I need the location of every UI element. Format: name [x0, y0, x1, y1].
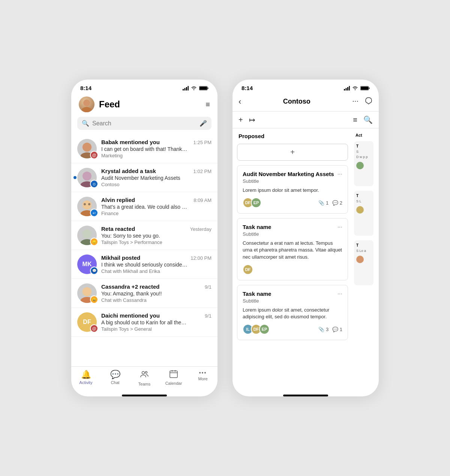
- svg-rect-28: [344, 89, 345, 90]
- item-top: Alvin replied 8:09 AM: [101, 197, 212, 203]
- kanban-toolbar: + ↦ ≡ 🔍: [232, 111, 379, 128]
- attachment-icon: 📎 3: [318, 327, 328, 332]
- wifi-icon: [191, 86, 197, 90]
- add-card-button[interactable]: +: [237, 144, 348, 161]
- badge-mention: @: [90, 324, 98, 333]
- card-menu-icon[interactable]: ···: [338, 291, 342, 297]
- svg-rect-31: [349, 86, 350, 90]
- card-header: Task name ···: [243, 224, 342, 230]
- kanban-card[interactable]: Task name ··· Subtitle Consectetur a era…: [237, 218, 348, 280]
- feed-item[interactable]: 😄 Cassandra +2 reacted 9/1 You: Amazing,…: [71, 279, 218, 308]
- item-top: Krystal added a task 1:02 PM: [101, 168, 212, 174]
- search-bar[interactable]: 🔍 🎤: [77, 117, 212, 130]
- svg-rect-29: [346, 88, 347, 90]
- feed-item[interactable]: @ Babak mentioned you 1:25 PM I can get …: [71, 134, 218, 163]
- filter-lines-icon[interactable]: ≡: [353, 116, 357, 124]
- feed-item[interactable]: 😞 Reta reacted Yesterday You: Sorry to s…: [71, 221, 218, 250]
- card-menu-icon[interactable]: ···: [338, 224, 342, 230]
- svg-point-32: [355, 89, 356, 90]
- nav-teams[interactable]: Teams: [130, 370, 159, 386]
- item-name: Reta reacted: [101, 226, 135, 232]
- item-text: You: Sorry to see you go.: [101, 233, 188, 239]
- battery-icon-2: [360, 86, 370, 90]
- badge-task: ⊙: [90, 180, 98, 188]
- svg-rect-3: [188, 86, 189, 90]
- svg-point-18: [82, 229, 92, 238]
- svg-point-8: [83, 99, 90, 106]
- feed-item[interactable]: ↩ Alvin replied 8:09 AM That's a great i…: [71, 192, 218, 221]
- item-text: I can get on board with that! Thanks f..…: [101, 146, 188, 152]
- back-button[interactable]: ‹: [238, 97, 241, 107]
- nav-calendar-label: Calendar: [165, 381, 182, 386]
- item-avatar: ⊙: [77, 168, 97, 187]
- item-content: Mikhail posted 12:00 PM I think we shoul…: [101, 255, 212, 274]
- home-indicator: [122, 395, 167, 396]
- preview-card[interactable]: T S Lo a: [354, 240, 374, 285]
- kanban-col-active: Act T S D w p p T S L T S Lo a: [352, 128, 375, 392]
- kanban-card[interactable]: Task name ··· Subtitle Lorem ipsum dolor…: [237, 285, 348, 340]
- search-icon: 🔍: [82, 120, 89, 127]
- item-time: 1:25 PM: [194, 140, 212, 145]
- card-subtitle: Subtitle: [243, 231, 342, 237]
- item-content: Babak mentioned you 1:25 PM I can get on…: [101, 139, 212, 158]
- calendar-icon: [170, 370, 178, 380]
- preview-text: D w p p: [356, 155, 371, 159]
- item-time: 1:02 PM: [194, 169, 212, 174]
- card-avatars: DF EP: [243, 197, 261, 208]
- search-input[interactable]: [92, 120, 196, 127]
- preview-text: S L: [356, 199, 371, 203]
- feed-title: Feed: [99, 99, 120, 110]
- item-top: Babak mentioned you 1:25 PM: [101, 139, 212, 145]
- svg-point-10: [82, 143, 92, 152]
- svg-point-22: [142, 372, 145, 374]
- nav-calendar[interactable]: Calendar: [159, 370, 188, 386]
- svg-rect-30: [347, 87, 348, 90]
- feed-item[interactable]: ⊙ Krystal added a task 1:02 PM Audit Nov…: [71, 163, 218, 192]
- feed-item[interactable]: MK 💬 Mikhail posted 12:00 PM I think we …: [71, 250, 218, 279]
- card-footer: DF: [243, 264, 342, 275]
- item-name: Alvin replied: [101, 197, 135, 203]
- card-avatar: EP: [259, 324, 270, 334]
- chat-bubble-icon[interactable]: [364, 96, 373, 107]
- preview-card[interactable]: T S L: [354, 191, 374, 236]
- signal-icon: [183, 86, 189, 90]
- card-subtitle: Subtitle: [243, 298, 342, 304]
- card-menu-icon[interactable]: ···: [338, 171, 342, 178]
- item-text: You: Amazing, thank you!!: [101, 291, 188, 297]
- nav-more[interactable]: ••• More: [188, 370, 218, 386]
- nav-activity[interactable]: 🔔 Activity: [71, 370, 100, 386]
- card-avatars: DF: [243, 264, 253, 275]
- svg-point-12: [82, 172, 92, 181]
- svg-rect-7: [208, 87, 208, 89]
- mic-icon[interactable]: 🎤: [200, 120, 207, 127]
- ellipsis-icon[interactable]: ···: [352, 96, 358, 107]
- preview-card[interactable]: T S D w p p: [354, 141, 374, 186]
- nav-teams-label: Teams: [138, 382, 150, 386]
- badge-reaction: 😄: [90, 295, 98, 304]
- item-text: Audit November Marketing Assets: [101, 175, 188, 181]
- activity-icon: 🔔: [81, 370, 91, 380]
- feed-item[interactable]: DF @ Daichi mentioned you 9/1 A big shou…: [71, 308, 218, 337]
- card-subtitle: Subtitle: [243, 178, 342, 184]
- card-body: Lorem ipsum dolor sit amet tempor.: [243, 187, 342, 194]
- badge-mention: @: [90, 151, 98, 159]
- add-icon[interactable]: +: [238, 116, 243, 124]
- kanban-card[interactable]: Audit November Marketing Assets ··· Subt…: [237, 165, 348, 214]
- arrow-right-icon[interactable]: ↦: [249, 115, 255, 124]
- nav-chat[interactable]: 💬 Chat: [100, 370, 130, 386]
- svg-rect-1: [184, 88, 186, 90]
- filter-icon[interactable]: ≡: [206, 100, 210, 109]
- item-name: Babak mentioned you: [101, 139, 160, 145]
- item-avatar: 😄: [77, 283, 97, 303]
- item-sub: Contoso: [101, 182, 212, 187]
- phone-contoso: 8:14: [232, 80, 379, 396]
- card-avatar: DF: [243, 264, 253, 275]
- col-title-active: Act: [354, 133, 374, 137]
- card-footer: DF EP 📎 1 💬 2: [243, 197, 342, 208]
- user-avatar[interactable]: [79, 96, 94, 112]
- search-icon-2[interactable]: 🔍: [363, 115, 373, 124]
- svg-rect-0: [183, 89, 184, 90]
- phone-feed: 8:14: [71, 80, 218, 396]
- contoso-header: ‹ Contoso ···: [232, 93, 379, 111]
- svg-point-4: [194, 89, 194, 90]
